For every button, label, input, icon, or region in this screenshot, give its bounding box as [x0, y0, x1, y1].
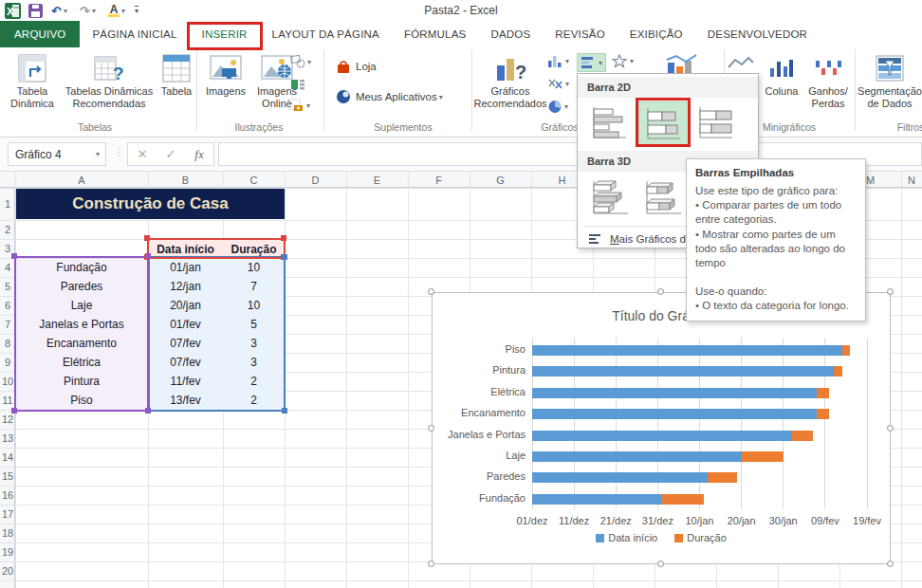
tooltip-title: Barras Empilhadas [695, 167, 857, 178]
column-header-D[interactable]: D [285, 172, 346, 188]
row-header-20[interactable]: 20 [0, 561, 15, 580]
row-header-19[interactable]: 19 [0, 542, 15, 561]
range-handle[interactable] [145, 253, 151, 259]
tooltip-barras-empilhadas: Barras Empilhadas Use este tipo de gráfi… [686, 158, 866, 322]
row-header-1[interactable]: 1 [0, 188, 15, 220]
sheet-title-cell[interactable]: Construção de Casa [16, 189, 285, 219]
bar-data-inicio-piso[interactable] [532, 345, 842, 356]
option-barra-100-empilhada[interactable] [692, 101, 741, 145]
chart-legend[interactable]: Data início Duração [433, 532, 890, 543]
category-label-paredes: Paredes [433, 470, 526, 482]
column-header-C[interactable]: C [223, 172, 285, 188]
range-handle[interactable] [281, 235, 286, 241]
range-handle[interactable] [282, 254, 287, 260]
legend-swatch [596, 534, 604, 542]
x-tick-label: 30/jan [762, 515, 805, 526]
row-header-4[interactable]: 4 [0, 258, 15, 277]
row-header-6[interactable]: 6 [0, 296, 15, 315]
bar-data-inicio-paredes[interactable] [532, 472, 708, 483]
tooltip-line: • Comparar partes de um todo entre categ… [695, 198, 857, 227]
range-handle[interactable] [11, 408, 17, 413]
category-label-janelas-e-portas: Janelas e Portas [433, 429, 526, 440]
row-header-9[interactable]: 9 [0, 353, 15, 372]
row-header-16[interactable]: 16 [0, 486, 15, 505]
bar-duracao-fundacao[interactable] [662, 494, 704, 505]
row-header-17[interactable]: 17 [0, 505, 15, 524]
bar-duracao-encanamento[interactable] [817, 409, 829, 419]
chart-gridline [867, 338, 868, 509]
chart-resize-handle[interactable] [428, 560, 434, 567]
column-header-E[interactable]: E [346, 172, 408, 188]
category-label-encanamento: Encanamento [433, 407, 526, 418]
bar-duracao-pintura[interactable] [834, 366, 842, 377]
tooltip-line: Use-o quando: [695, 285, 857, 299]
more-bar-charts-icon [589, 233, 602, 245]
values-range-border [147, 256, 286, 412]
x-tick-label: 19/fev [845, 515, 889, 526]
row-header-18[interactable]: 18 [0, 524, 15, 542]
clustered-bar-icon [589, 105, 631, 141]
column-header-F[interactable]: F [408, 172, 470, 188]
chart-gridline [532, 338, 533, 509]
option-barra-3d-agrupada[interactable] [585, 175, 635, 219]
row-header-14[interactable]: 14 [0, 448, 15, 467]
bar-data-inicio-pintura[interactable] [532, 366, 834, 377]
chart-resize-handle[interactable] [887, 560, 894, 567]
option-barra-agrupada[interactable] [585, 101, 635, 145]
bar-data-inicio-eletrica[interactable] [532, 388, 817, 398]
range-handle[interactable] [145, 408, 151, 413]
bar-duracao-laje[interactable] [742, 451, 784, 462]
row-header-15[interactable]: 15 [0, 467, 15, 486]
x-tick-label: 09/fev [803, 515, 847, 526]
chart-resize-handle[interactable] [428, 425, 434, 432]
tooltip-body: Use este tipo de gráfico para:• Comparar… [695, 184, 857, 314]
bar-data-inicio-encanamento[interactable] [532, 409, 817, 419]
bar-data-inicio-laje[interactable] [532, 451, 742, 462]
chart-gridline [616, 338, 617, 509]
tooltip-line: Use este tipo de gráfico para: [695, 184, 857, 198]
chart-resize-handle[interactable] [428, 288, 434, 295]
range-handle[interactable] [11, 253, 17, 259]
category-label-piso: Piso [433, 343, 526, 355]
chart-resize-handle[interactable] [657, 288, 664, 295]
chart[interactable]: Título do Gráfico 01/dez11/dez21/dez31/d… [432, 292, 891, 564]
legend-swatch [674, 534, 683, 542]
stacked-100-bar-icon [695, 105, 737, 141]
range-handle[interactable] [282, 408, 287, 413]
legend-item[interactable]: Duração [674, 532, 727, 543]
row-header-11[interactable]: 11 [0, 391, 15, 410]
chart-gridline [574, 338, 575, 509]
column-header-B[interactable]: B [148, 172, 223, 188]
row-header-5[interactable]: 5 [0, 277, 15, 296]
bar-3d-stacked-icon [641, 177, 685, 217]
bar-data-inicio-janelas-e-portas[interactable] [532, 431, 792, 441]
column-header-N[interactable]: N [901, 172, 922, 188]
bar-duracao-janelas-e-portas[interactable] [792, 431, 813, 441]
bar-data-inicio-fundacao[interactable] [532, 494, 662, 505]
sheet-title-text: Construção de Casa [72, 194, 228, 213]
chart-resize-handle[interactable] [887, 288, 894, 295]
tooltip-line: • O texto da categoria for longo. [695, 299, 857, 313]
chart-resize-handle[interactable] [657, 560, 664, 567]
legend-item[interactable]: Data início [596, 532, 657, 543]
range-handle[interactable] [144, 235, 150, 241]
row-header-13[interactable]: 13 [0, 429, 15, 448]
category-label-fundacao: Fundação [433, 492, 526, 504]
option-barra-3d-empilhada[interactable] [638, 175, 688, 219]
bar-duracao-eletrica[interactable] [817, 388, 829, 398]
bar-duracao-paredes[interactable] [708, 472, 737, 483]
column-header-G[interactable]: G [470, 172, 531, 188]
row-header-10[interactable]: 10 [0, 372, 15, 391]
x-tick-label: 11/dez [552, 515, 596, 526]
tooltip-line [695, 270, 857, 285]
chart-resize-handle[interactable] [887, 425, 894, 432]
annotation-red-box-inserir [187, 22, 263, 50]
gridline-v [408, 172, 409, 588]
row-header-8[interactable]: 8 [0, 334, 15, 353]
column-header-A[interactable]: A [15, 172, 148, 188]
row-header-2[interactable]: 2 [0, 220, 15, 239]
row-header-7[interactable]: 7 [0, 315, 15, 334]
annotation-red-box-stacked-option [636, 98, 691, 147]
bar-duracao-piso[interactable] [842, 345, 851, 356]
bar-3d-clustered-icon [588, 177, 632, 217]
